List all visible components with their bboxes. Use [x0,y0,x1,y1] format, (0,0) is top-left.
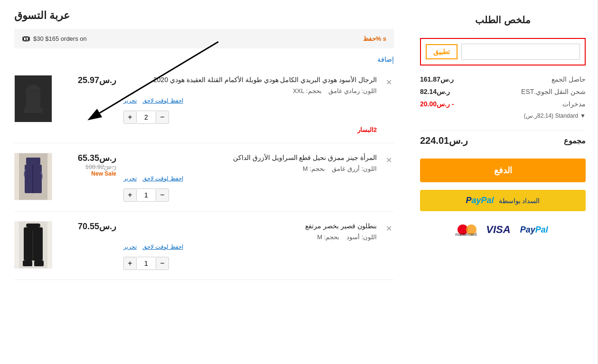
order-summary-panel: ملخص الطلب تطبيق حاصل الجمع ر.س161.87 شح… [408,0,598,364]
mastercard-icon: mastercard [458,224,477,236]
savings-value: - ر.س20.00 [420,100,454,108]
remove-item-button[interactable]: ✕ [384,77,394,88]
svg-rect-11 [26,224,40,227]
subtotal-row: حاصل الجمع ر.س161.87 [420,75,586,83]
item-title: المرأة جينز ممزق نحيل قطع السراويل الأزر… [123,153,377,163]
qty-input[interactable] [137,188,156,202]
product-image [14,221,52,269]
item-price-area: ر.س70.55 [59,221,116,232]
item-price: ر.س25.97 [59,75,116,85]
svg-rect-15 [34,261,44,266]
add-coupon-link[interactable]: إضافة [14,56,394,63]
item-actions: احفظ لوقت لاحق تحرير [123,97,377,104]
svg-rect-5 [40,92,45,108]
savings-row: مدخرات - ر.س20.00 [420,100,586,108]
item-price: ر.س70.55 [59,221,116,232]
remove-item-button[interactable]: ✕ [384,155,394,166]
product-image [14,75,52,122]
item-color-label: اللون: أزرق غامق [332,165,377,172]
qty-input[interactable] [137,111,156,124]
qty-decrease-button[interactable]: − [156,188,169,202]
shipping-row: شحن النقل الجوي.EST ر.س82.14 [420,88,586,95]
item-price: ر.س65.35 [59,153,116,163]
coupon-input[interactable] [461,44,580,60]
cart-title: عربة التسوق [14,9,70,22]
cart-item: ✕ بنطلون قصير بخصر مرتفع اللون: أسود بحج… [14,212,394,280]
totals-section: حاصل الجمع ر.س161.87 شحن النقل الجوي.EST… [420,75,586,119]
qty-increase-button[interactable]: + [123,257,137,270]
qty-increase-button[interactable]: + [123,188,137,202]
paypal-icon: PayPal [520,225,548,235]
coupon-section: تطبيق [420,38,586,65]
chevron-down-icon[interactable]: ▼ [580,112,586,119]
item-old-price: ر.س108.92 [59,163,116,170]
shipping-option-row[interactable]: ▼ Standard (82.14ر.س) [420,112,586,119]
qty-decrease-button[interactable]: − [156,111,169,124]
item-attributes: اللون: رمادي غامق بحجم: XXL [123,87,377,94]
edit-item-link[interactable]: تحرير [123,97,137,104]
svg-rect-14 [23,261,32,266]
item-content: الرجال الأسود هودي البريدي الكامل هودي ط… [123,75,377,133]
svg-rect-3 [24,92,43,113]
subtotal-label: حاصل الجمع [551,75,586,83]
payment-icons-row: PayPal VISA mastercard [420,224,586,236]
promo-icon: 🎟 [22,34,30,44]
savings-label: مدخرات [562,100,586,108]
promo-banner: 🎟 $30 $165 orders on حفظ% s [14,29,394,48]
item-title: بنطلون قصير بخصر مرتفع [123,221,377,231]
paypal-checkout-button[interactable]: السداد بواسطة PayPal [420,190,586,211]
shipping-label: شحن النقل الجوي.EST [521,88,586,95]
qty-input[interactable] [137,257,156,270]
promo-discount: حفظ% s [363,35,386,42]
order-summary-title: ملخص الطلب [420,14,586,26]
coupon-apply-button[interactable]: تطبيق [426,44,458,59]
shipping-value: ر.س82.14 [420,88,450,95]
item-price-area: ر.س25.97 [59,75,116,85]
checkout-button[interactable]: الدفع [420,159,586,182]
subtotal-value: ر.س161.87 [420,75,454,83]
paypal-logo-inline: PayPal [466,196,494,205]
shipping-option-label: Standard (82.14ر.س) [524,112,578,119]
cart-item: ✕ الرجال الأسود هودي البريدي الكامل هودي… [14,65,394,143]
grand-total-row: مجموع ر.س224.01 [420,131,586,146]
item-content: المرأة جينز ممزق نحيل قطع السراويل الأزر… [123,153,377,202]
item-attributes: اللون: أزرق غامق بحجم: M [123,165,377,172]
product-img-placeholder [19,80,47,118]
item-content: بنطلون قصير بخصر مرتفع اللون: أسود بحجم:… [123,221,377,270]
svg-rect-4 [21,92,26,108]
paypal-button-prefix: السداد بواسطة [499,197,540,205]
remove-item-button[interactable]: ✕ [384,223,394,234]
save-for-later-link[interactable]: احفظ لوقت لاحق [142,97,183,104]
save-for-later-link[interactable]: احفظ لوقت لاحق [142,175,183,182]
product-image [14,153,52,200]
sale-badge: New Sale [59,170,116,177]
item-color-label: اللون: رمادي غامق [328,87,377,94]
quantity-control: + − [123,257,169,270]
svg-rect-7 [26,158,40,165]
qty-increase-button[interactable]: + [123,111,137,124]
item-price-area: ر.س65.35 ر.س108.92 New Sale [59,153,116,177]
item-color-label: اللون: أسود [346,233,377,241]
item-size-label: بحجم: XXL [293,87,322,94]
item-size-label: بحجم: M [317,233,339,241]
grand-total-label: مجموع [564,136,586,145]
visa-icon: VISA [486,224,510,236]
cart-item: ✕ المرأة جينز ممزق نحيل قطع السراويل الأ… [14,143,394,212]
grand-total-value: ر.س224.01 [420,135,468,146]
edit-item-link[interactable]: تحرير [123,243,137,250]
item-actions: احفظ لوقت لاحق تحرير [123,243,377,250]
promo-text: $30 $165 orders on [33,35,87,42]
quantity-control: + − [123,111,169,124]
edit-item-link[interactable]: تحرير [123,175,137,182]
cart-header: عربة التسوق [14,9,394,22]
item-attributes: اللون: أسود بحجم: M [123,233,377,241]
item-actions: احفظ لوقت لاحق تحرير [123,175,377,182]
qty-decrease-button[interactable]: − [156,257,169,270]
save-for-later-link[interactable]: احفظ لوقت لاحق [142,243,183,250]
item-title: الرجال الأسود هودي البريدي الكامل هودي ط… [123,75,377,85]
product-img-placeholder [19,153,47,200]
product-img-placeholder [19,221,47,269]
item-size-label: بحجم: M [303,165,325,172]
quantity-control: + − [123,188,169,202]
cart-area: عربة التسوق 🎟 $30 $165 orders on حفظ% s … [0,0,408,364]
